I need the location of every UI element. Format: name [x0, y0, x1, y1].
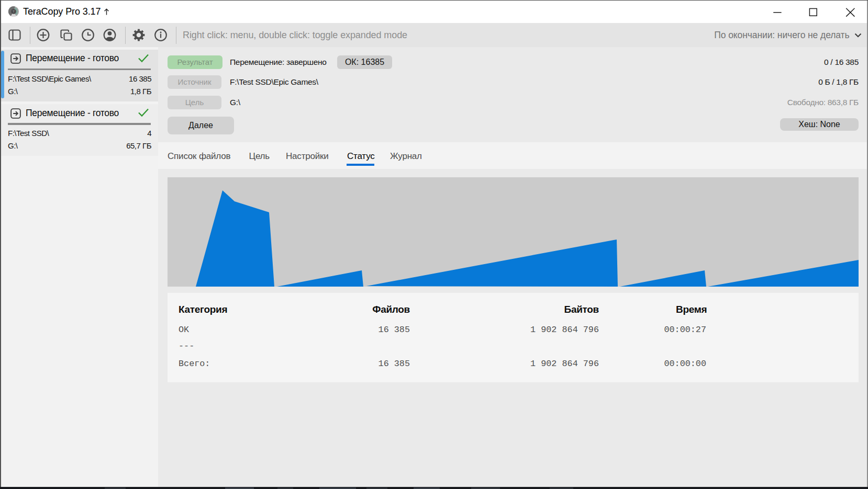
- svg-text:T: T: [13, 10, 15, 13]
